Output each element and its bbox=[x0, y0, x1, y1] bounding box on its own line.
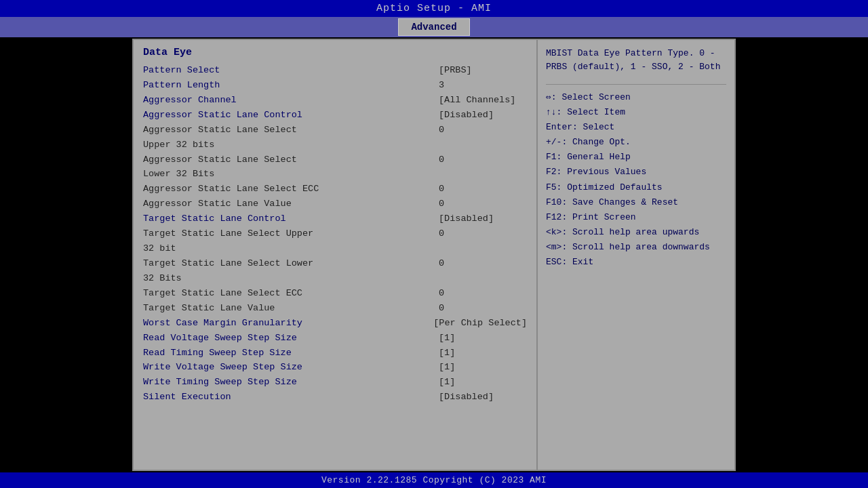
row-label: Write Timing Sweep Step Size bbox=[143, 375, 297, 390]
row-label: Aggressor Static Lane Control bbox=[143, 108, 302, 123]
row-label: Upper 32 bits bbox=[143, 138, 214, 152]
title-bar: Aptio Setup - AMI bbox=[0, 0, 868, 17]
right-panel: MBIST Data Eye Pattern Type. 0 - PRBS (d… bbox=[538, 40, 734, 470]
row-value: 0 bbox=[439, 182, 527, 197]
key-hint: F2: Previous Values bbox=[546, 165, 726, 180]
tab-advanced[interactable]: Advanced bbox=[398, 18, 469, 36]
key-hint: ↑↓: Select Item bbox=[546, 105, 726, 120]
menu-row[interactable]: Read Timing Sweep Step Size[1] bbox=[143, 346, 527, 361]
row-label: Target Static Lane Select Upper bbox=[143, 227, 313, 241]
menu-row[interactable]: Pattern Length3 bbox=[143, 79, 527, 93]
menu-row[interactable]: Aggressor Channel[All Channels] bbox=[143, 94, 527, 108]
key-hint: +/-: Change Opt. bbox=[546, 135, 726, 150]
menu-row: Aggressor Static Lane Select ECC0 bbox=[143, 182, 527, 197]
row-label: 32 bit bbox=[143, 242, 176, 256]
row-label: Lower 32 Bits bbox=[143, 167, 214, 182]
row-value: 0 bbox=[439, 287, 527, 301]
row-value: 0 bbox=[439, 153, 527, 167]
menu-rows: Pattern Select[PRBS]Pattern Length3Aggre… bbox=[143, 64, 527, 405]
footer-text: Version 2.22.1285 Copyright (C) 2023 AMI bbox=[321, 475, 547, 485]
row-value: 0 bbox=[439, 302, 527, 316]
menu-row[interactable]: Silent Execution[Disabled] bbox=[143, 390, 527, 405]
menu-row: Aggressor Static Lane Select0 bbox=[143, 123, 527, 138]
key-hint: F10: Save Changes & Reset bbox=[546, 195, 726, 210]
row-value: [1] bbox=[439, 375, 527, 390]
row-value: 0 bbox=[439, 257, 527, 271]
divider bbox=[546, 84, 726, 85]
tab-bar: Advanced bbox=[0, 17, 868, 37]
menu-row[interactable]: Worst Case Margin Granularity[Per Chip S… bbox=[143, 317, 527, 331]
row-value: [1] bbox=[439, 346, 527, 361]
row-label: Worst Case Margin Granularity bbox=[143, 317, 302, 331]
menu-row: Lower 32 Bits bbox=[143, 167, 527, 182]
row-label: Aggressor Static Lane Value bbox=[143, 197, 292, 211]
row-label: Aggressor Static Lane Select ECC bbox=[143, 182, 319, 197]
footer: Version 2.22.1285 Copyright (C) 2023 AMI bbox=[0, 472, 868, 488]
row-value: 0 bbox=[439, 123, 527, 138]
row-value: [1] bbox=[439, 361, 527, 375]
menu-row[interactable]: Pattern Select[PRBS] bbox=[143, 64, 527, 78]
menu-row: Aggressor Static Lane Value0 bbox=[143, 197, 527, 211]
menu-row: Target Static Lane Select Lower0 bbox=[143, 257, 527, 271]
left-panel: Data Eye Pattern Select[PRBS]Pattern Len… bbox=[134, 40, 538, 470]
menu-row[interactable]: Write Timing Sweep Step Size[1] bbox=[143, 375, 527, 390]
key-hint: <k>: Scroll help area upwards bbox=[546, 225, 726, 240]
row-label: Aggressor Static Lane Select bbox=[143, 123, 297, 138]
row-label: 32 Bits bbox=[143, 272, 182, 286]
row-label: Pattern Length bbox=[143, 79, 220, 93]
menu-row: Target Static Lane Select ECC0 bbox=[143, 287, 527, 301]
row-label: Target Static Lane Value bbox=[143, 302, 275, 316]
key-hint: <m>: Scroll help area downwards bbox=[546, 240, 726, 255]
key-hints: ⇔: Select Screen↑↓: Select ItemEnter: Se… bbox=[546, 90, 726, 270]
main-area: Data Eye Pattern Select[PRBS]Pattern Len… bbox=[132, 39, 736, 471]
menu-row: 32 bit bbox=[143, 242, 527, 256]
help-text: MBIST Data Eye Pattern Type. 0 - PRBS (d… bbox=[546, 47, 726, 73]
row-label: Aggressor Channel bbox=[143, 94, 237, 108]
menu-row[interactable]: Aggressor Static Lane Control[Disabled] bbox=[143, 108, 527, 123]
row-label: Read Timing Sweep Step Size bbox=[143, 346, 292, 361]
row-value: [1] bbox=[439, 331, 527, 346]
key-hint: F12: Print Screen bbox=[546, 210, 726, 225]
menu-row: 32 Bits bbox=[143, 272, 527, 286]
key-hint: Enter: Select bbox=[546, 120, 726, 135]
section-title: Data Eye bbox=[143, 47, 527, 58]
row-label: Target Static Lane Select Lower bbox=[143, 257, 313, 271]
row-value: [Disabled] bbox=[439, 390, 527, 405]
menu-row[interactable]: Read Voltage Sweep Step Size[1] bbox=[143, 331, 527, 346]
key-hint: F1: General Help bbox=[546, 150, 726, 165]
row-label: Pattern Select bbox=[143, 64, 220, 78]
row-value: [Per Chip Select] bbox=[433, 317, 527, 331]
row-value: [PRBS] bbox=[439, 64, 527, 78]
key-hint: ESC: Exit bbox=[546, 255, 726, 270]
key-hint: F5: Optimized Defaults bbox=[546, 180, 726, 195]
menu-row: Aggressor Static Lane Select0 bbox=[143, 153, 527, 167]
row-value: 3 bbox=[439, 79, 527, 93]
row-label: Aggressor Static Lane Select bbox=[143, 153, 297, 167]
row-label: Silent Execution bbox=[143, 390, 231, 405]
key-hint: ⇔: Select Screen bbox=[546, 90, 726, 105]
row-value: [Disabled] bbox=[439, 212, 527, 226]
menu-row: Target Static Lane Value0 bbox=[143, 302, 527, 316]
row-label: Write Voltage Sweep Step Size bbox=[143, 361, 302, 375]
menu-row: Target Static Lane Select Upper0 bbox=[143, 227, 527, 241]
row-label: Read Voltage Sweep Step Size bbox=[143, 331, 297, 346]
menu-row[interactable]: Write Voltage Sweep Step Size[1] bbox=[143, 361, 527, 375]
menu-row[interactable]: Target Static Lane Control[Disabled] bbox=[143, 212, 527, 226]
app-title: Aptio Setup - AMI bbox=[376, 3, 492, 14]
row-value: 0 bbox=[439, 227, 527, 241]
menu-row: Upper 32 bits bbox=[143, 138, 527, 152]
row-value: [All Channels] bbox=[439, 94, 527, 108]
row-label: Target Static Lane Select ECC bbox=[143, 287, 302, 301]
row-value: 0 bbox=[439, 197, 527, 211]
row-value: [Disabled] bbox=[439, 108, 527, 123]
row-label: Target Static Lane Control bbox=[143, 212, 286, 226]
